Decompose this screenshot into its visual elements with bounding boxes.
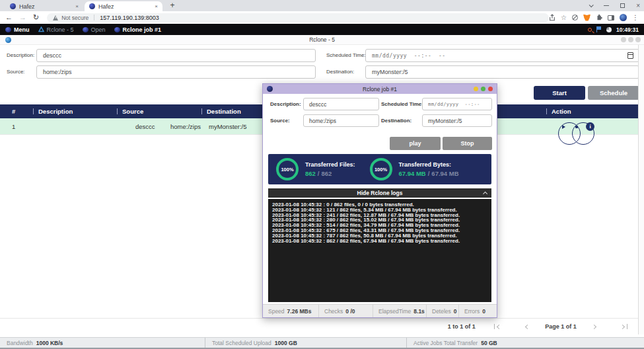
stat-cell: ElapsedTime 8.1s (373, 305, 426, 317)
stat-cell: Deteles 0 (426, 305, 458, 317)
last-page-icon[interactable] (621, 324, 627, 329)
fox-extension-icon[interactable] (583, 15, 590, 21)
header-destination[interactable]: Destination (207, 104, 241, 118)
modal-scheduled-label: Scheduled Time: (381, 98, 423, 110)
share-icon[interactable] (549, 14, 555, 21)
rclone-job-modal: Rclone job #1 Description: Scheduled Tim… (262, 83, 497, 318)
modal-dot-yellow[interactable] (474, 87, 478, 91)
tab-close-icon[interactable]: × (155, 3, 158, 9)
tab-title: Hafez (98, 3, 151, 10)
header-num[interactable]: # (12, 104, 15, 118)
calendar-icon[interactable] (627, 52, 633, 59)
bytes-total: 67.94 MB (431, 170, 458, 177)
hide-logs-toggle[interactable]: Hide Rclone logs (268, 188, 491, 198)
puzzle-extensions-icon[interactable] (596, 15, 602, 21)
menubar-item-rclone-job-1[interactable]: Rclone job #1 (114, 26, 162, 33)
source-field[interactable] (36, 65, 316, 79)
menubar-item-menu[interactable]: Menu (5, 26, 30, 33)
modal-dot-green[interactable] (481, 87, 485, 91)
modal-scheduled-field[interactable] (422, 98, 492, 110)
tab-close-icon[interactable]: × (75, 3, 79, 9)
browser-tab-2-active[interactable]: Hafez × (85, 1, 162, 11)
not-secure-warning-icon (53, 15, 58, 20)
browser-tab-1[interactable]: Hafez × (5, 1, 83, 11)
modal-source-field[interactable] (303, 114, 379, 127)
menubar-right: 10:49:31 (588, 26, 639, 33)
address-bar[interactable]: Not secure 157.119.190.139:8003 (47, 13, 549, 22)
address-divider (94, 15, 94, 20)
menubar-item-rclone-5[interactable]: Rclone - 5 (38, 26, 74, 33)
window-titlebar: Rclone - 5 (0, 35, 644, 45)
window-control-circles[interactable] (621, 37, 641, 42)
not-secure-label[interactable]: Not secure (61, 15, 89, 21)
toolbar-right-icons: ☆ ⋮ (549, 14, 639, 21)
window-controls: × (589, 0, 640, 11)
favicon-hafez (89, 3, 95, 9)
destination-field[interactable] (365, 65, 639, 79)
stat-cell: Checks 0 /0 (318, 305, 373, 317)
modal-titlebar: Rclone job #1 (263, 84, 497, 94)
scheduled-time-field[interactable] (365, 49, 639, 62)
minimize-icon[interactable] (604, 5, 609, 6)
first-page-icon[interactable] (494, 324, 501, 329)
play-button[interactable]: play (390, 137, 441, 150)
chevron-down-icon[interactable] (589, 3, 594, 7)
header-description[interactable]: Description (38, 104, 73, 118)
app-sphere-icon (5, 27, 11, 32)
row-description: desccc (135, 118, 155, 135)
header-action[interactable]: Action (552, 104, 571, 118)
browser-menu-icon[interactable]: ⋮ (632, 15, 639, 21)
browser-tab-strip: Hafez × Hafez × + × (0, 0, 644, 11)
log-console: 2023-01-08 10:45:32 : 0 / 862 files, 0 /… (268, 199, 491, 302)
source-label: Source: (7, 65, 25, 79)
modal-stats-footer: Speed 7.26 MBs Checks 0 /0 ElapsedTime 8… (263, 304, 497, 317)
circle-slash-extension-icon[interactable] (572, 15, 578, 20)
destination-label: Destination: (326, 65, 354, 79)
app-sphere-icon (83, 27, 89, 32)
forward-icon[interactable]: → (19, 14, 26, 21)
row-num: 1 (12, 118, 15, 135)
row-info-icon[interactable]: i (586, 122, 594, 131)
flag-icon[interactable] (596, 26, 602, 32)
status-item: Active Jobs Total Transfer 50 GB (406, 338, 644, 348)
next-page-icon[interactable] (592, 325, 596, 329)
sidebar-extension-icon[interactable] (608, 15, 614, 20)
bookmark-star-icon[interactable]: ☆ (561, 15, 567, 21)
header-source[interactable]: Source (122, 104, 143, 118)
search-icon[interactable] (588, 28, 592, 32)
pie-status-icon[interactable] (606, 27, 612, 32)
close-icon[interactable]: × (636, 3, 640, 9)
app-sphere-icon (114, 27, 120, 32)
previous-page-icon[interactable] (526, 325, 529, 329)
status-item: Bandwidth 1000 KB/s (0, 338, 205, 348)
maximize-icon[interactable] (620, 3, 625, 8)
new-tab-button[interactable]: + (168, 1, 177, 10)
status-item: Total Scheduled Upload 1000 GB (205, 338, 406, 348)
description-label: Description: (7, 49, 34, 62)
stat-cell: Speed 7.26 MBs (263, 305, 318, 317)
back-icon[interactable]: ← (5, 14, 13, 21)
modal-destination-field[interactable] (422, 114, 492, 127)
description-field[interactable] (36, 49, 316, 62)
modal-destination-label: Destination: (381, 114, 411, 127)
stat-cell: Errors 0 (458, 305, 497, 317)
url-text[interactable]: 157.119.190.139:8003 (100, 15, 159, 21)
row-source: home:/zips (170, 118, 201, 135)
modal-dot-red[interactable] (488, 87, 493, 91)
files-done: 862 (305, 170, 316, 177)
clock-text: 10:49:31 (616, 26, 639, 33)
profile-avatar[interactable] (620, 14, 627, 21)
stop-button[interactable]: Stop (443, 137, 492, 150)
modal-description-label: Description: (270, 98, 301, 110)
screen: Hafez × Hafez × + × ← → ↻ Not secure 157… (0, 0, 644, 349)
scrollbar-track[interactable] (638, 45, 644, 334)
reload-icon[interactable]: ↻ (33, 14, 39, 21)
start-button[interactable]: Start (534, 86, 585, 100)
pagination-page: Page 1 of 1 (545, 323, 577, 330)
menubar-item-open[interactable]: Open (83, 26, 106, 33)
files-progress-ring: 100% (276, 158, 299, 180)
modal-description-field[interactable] (303, 98, 379, 110)
chevron-up-icon (483, 192, 487, 196)
rclone-logo-icon (38, 26, 44, 32)
schedule-button[interactable]: Schedule (588, 86, 639, 100)
